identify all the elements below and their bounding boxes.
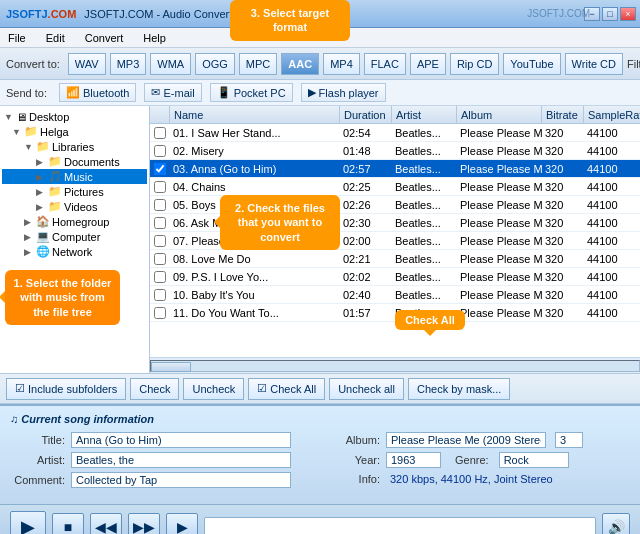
row-checkbox[interactable] xyxy=(154,145,166,157)
tree-item-libraries[interactable]: ▼ 📁 Libraries xyxy=(2,139,147,154)
format-mp4[interactable]: MP4 xyxy=(323,53,360,75)
tree-label: Pictures xyxy=(64,186,104,198)
year-label: Year: xyxy=(325,454,380,466)
row-checkbox-cell xyxy=(150,199,170,211)
format-flac[interactable]: FLAC xyxy=(364,53,406,75)
tree-item-computer[interactable]: ▶ 💻 Computer xyxy=(2,229,147,244)
row-checkbox[interactable] xyxy=(154,199,166,211)
volume-button[interactable]: 🔊 xyxy=(602,513,630,535)
format-mp3[interactable]: MP3 xyxy=(110,53,147,75)
format-youtube[interactable]: YouTube xyxy=(503,53,560,75)
file-tree: ▼ 🖥 Desktop ▼ 📁 Helga ▼ 📁 Libraries ▶ 📁 … xyxy=(0,106,150,373)
table-row[interactable]: 01. I Saw Her Stand... 02:54 Beatles... … xyxy=(150,124,640,142)
row-artist: Beatles... xyxy=(392,235,457,247)
album-label: Album: xyxy=(325,434,380,446)
sendto-pocket-pc[interactable]: 📱 Pocket PC xyxy=(210,83,293,102)
tree-item-homegroup[interactable]: ▶ 🏠 Homegroup xyxy=(2,214,147,229)
row-checkbox[interactable] xyxy=(154,181,166,193)
uncheck-all-button[interactable]: Uncheck all xyxy=(329,378,404,400)
format-write-cd[interactable]: Write CD xyxy=(565,53,623,75)
genre-label: Genre: xyxy=(455,454,489,466)
close-button[interactable]: × xyxy=(620,7,636,21)
row-checkbox[interactable] xyxy=(154,271,166,283)
sendto-bluetooth[interactable]: 📶 Bluetooth xyxy=(59,83,136,102)
format-ogg[interactable]: OGG xyxy=(195,53,235,75)
table-row[interactable]: 09. P.S. I Love Yo... 02:02 Beatles... P… xyxy=(150,268,640,286)
folder-icon: 📁 xyxy=(48,155,62,168)
artist-field[interactable] xyxy=(71,452,291,468)
next-button[interactable]: ▶▶ xyxy=(128,513,160,535)
app-logo: JSOFTJ.COM xyxy=(6,7,76,21)
row-duration: 02:40 xyxy=(340,289,392,301)
tree-label: Documents xyxy=(64,156,120,168)
row-checkbox[interactable] xyxy=(154,127,166,139)
forward-button[interactable]: ▶ xyxy=(166,513,198,535)
format-ape[interactable]: APE xyxy=(410,53,446,75)
row-checkbox[interactable] xyxy=(154,163,166,175)
tree-item-helga[interactable]: ▼ 📁 Helga xyxy=(2,124,147,139)
format-mpc[interactable]: MPC xyxy=(239,53,277,75)
menu-convert[interactable]: Convert xyxy=(81,30,128,46)
include-subfolders-button[interactable]: ☑ Include subfolders xyxy=(6,378,126,400)
row-name: 04. Chains xyxy=(170,181,340,193)
year-field[interactable] xyxy=(386,452,441,468)
progress-bar[interactable] xyxy=(204,517,596,535)
tree-item-desktop[interactable]: ▼ 🖥 Desktop xyxy=(2,110,147,124)
format-wav[interactable]: WAV xyxy=(68,53,106,75)
prev-button[interactable]: ◀◀ xyxy=(90,513,122,535)
tree-item-network[interactable]: ▶ 🌐 Network xyxy=(2,244,147,259)
menu-file[interactable]: File xyxy=(4,30,30,46)
track-field[interactable] xyxy=(555,432,583,448)
menu-edit[interactable]: Edit xyxy=(42,30,69,46)
genre-field[interactable] xyxy=(499,452,569,468)
check-all-button[interactable]: ☑ Check All xyxy=(248,378,325,400)
check-by-mask-button[interactable]: Check by mask... xyxy=(408,378,510,400)
play-button[interactable]: ▶ xyxy=(10,511,46,535)
check-button[interactable]: Check xyxy=(130,378,179,400)
song-info: ♫ Current song information Title: Artist… xyxy=(0,404,640,504)
row-checkbox[interactable] xyxy=(154,307,166,319)
table-row[interactable]: 03. Anna (Go to Him) 02:57 Beatles... Pl… xyxy=(150,160,640,178)
horizontal-scrollbar[interactable] xyxy=(150,357,640,373)
row-checkbox[interactable] xyxy=(154,235,166,247)
stop-button[interactable]: ■ xyxy=(52,513,84,535)
sendto-flash-player[interactable]: ▶ Flash player xyxy=(301,83,386,102)
row-artist: Beatles... xyxy=(392,217,457,229)
title-field[interactable] xyxy=(71,432,291,448)
sendto-bar: Send to: 📶 Bluetooth ✉ E-mail 📱 Pocket P… xyxy=(0,80,640,106)
row-name: 02. Misery xyxy=(170,145,340,157)
row-samplerate: 44100 xyxy=(584,181,640,193)
row-bitrate: 320 xyxy=(542,271,584,283)
email-icon: ✉ xyxy=(151,86,160,99)
sendto-email[interactable]: ✉ E-mail xyxy=(144,83,201,102)
row-bitrate: 320 xyxy=(542,307,584,319)
tree-item-pictures[interactable]: ▶ 📁 Pictures xyxy=(2,184,147,199)
row-checkbox[interactable] xyxy=(154,217,166,229)
tree-label: Videos xyxy=(64,201,97,213)
row-checkbox[interactable] xyxy=(154,289,166,301)
row-artist: Beatles... xyxy=(392,145,457,157)
tree-item-documents[interactable]: ▶ 📁 Documents xyxy=(2,154,147,169)
maximize-button[interactable]: □ xyxy=(602,7,618,21)
table-row[interactable]: 04. Chains 02:25 Beatles... Please Pleas… xyxy=(150,178,640,196)
uncheck-button[interactable]: Uncheck xyxy=(183,378,244,400)
album-field[interactable] xyxy=(386,432,546,448)
tree-label: Desktop xyxy=(29,111,69,123)
pocket-pc-icon: 📱 xyxy=(217,86,231,99)
tree-item-music[interactable]: ▶ 🎵 Music xyxy=(2,169,147,184)
format-wma[interactable]: WMA xyxy=(150,53,191,75)
table-row[interactable]: 02. Misery 01:48 Beatles... Please Pleas… xyxy=(150,142,640,160)
row-bitrate: 320 xyxy=(542,181,584,193)
comment-field[interactable] xyxy=(71,472,291,488)
row-name: 01. I Saw Her Stand... xyxy=(170,127,340,139)
row-bitrate: 320 xyxy=(542,217,584,229)
format-aac[interactable]: AAC xyxy=(281,53,319,75)
format-rip-cd[interactable]: Rip CD xyxy=(450,53,499,75)
tree-item-videos[interactable]: ▶ 📁 Videos xyxy=(2,199,147,214)
row-checkbox[interactable] xyxy=(154,253,166,265)
table-row[interactable]: 08. Love Me Do 02:21 Beatles... Please P… xyxy=(150,250,640,268)
table-row[interactable]: 10. Baby It's You 02:40 Beatles... Pleas… xyxy=(150,286,640,304)
menu-help[interactable]: Help xyxy=(139,30,170,46)
flash-icon: ▶ xyxy=(308,86,316,99)
playback-bar: ▶ ■ ◀◀ ▶▶ ▶ 🔊 xyxy=(0,504,640,534)
